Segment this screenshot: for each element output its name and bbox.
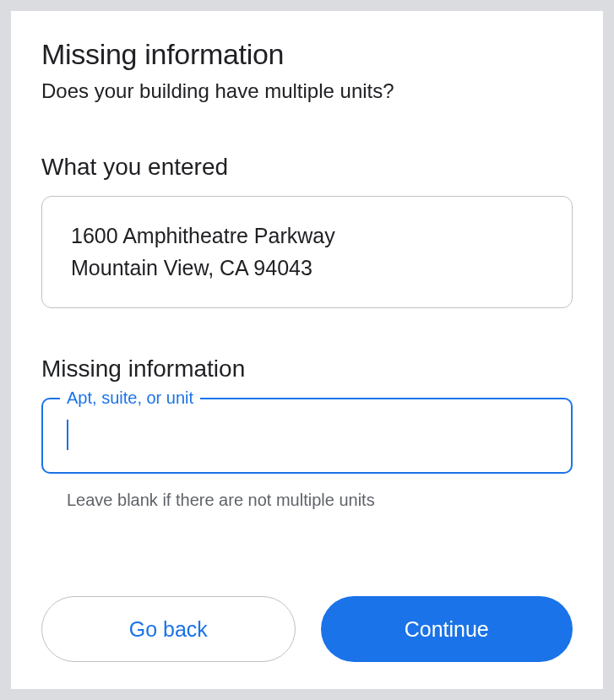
unit-field-label: Apt, suite, or unit xyxy=(60,388,200,408)
continue-button[interactable]: Continue xyxy=(321,596,573,662)
go-back-button[interactable]: Go back xyxy=(41,596,296,662)
entered-section-label: What you entered xyxy=(41,154,573,181)
dialog-title: Missing information xyxy=(41,38,573,71)
unit-input[interactable] xyxy=(41,398,573,474)
missing-section-label: Missing information xyxy=(41,355,573,383)
unit-helper-text: Leave blank if there are not multiple un… xyxy=(67,491,573,510)
dialog-subtitle: Does your building have multiple units? xyxy=(41,79,573,103)
address-line-1: 1600 Amphitheatre Parkway xyxy=(71,220,543,252)
address-line-2: Mountain View, CA 94043 xyxy=(71,252,543,285)
button-row: Go back Continue xyxy=(41,596,573,662)
unit-input-wrapper: Apt, suite, or unit xyxy=(41,398,573,474)
entered-address-box: 1600 Amphitheatre Parkway Mountain View,… xyxy=(41,196,573,308)
text-cursor xyxy=(67,420,68,450)
missing-information-dialog: Missing information Does your building h… xyxy=(10,10,604,690)
